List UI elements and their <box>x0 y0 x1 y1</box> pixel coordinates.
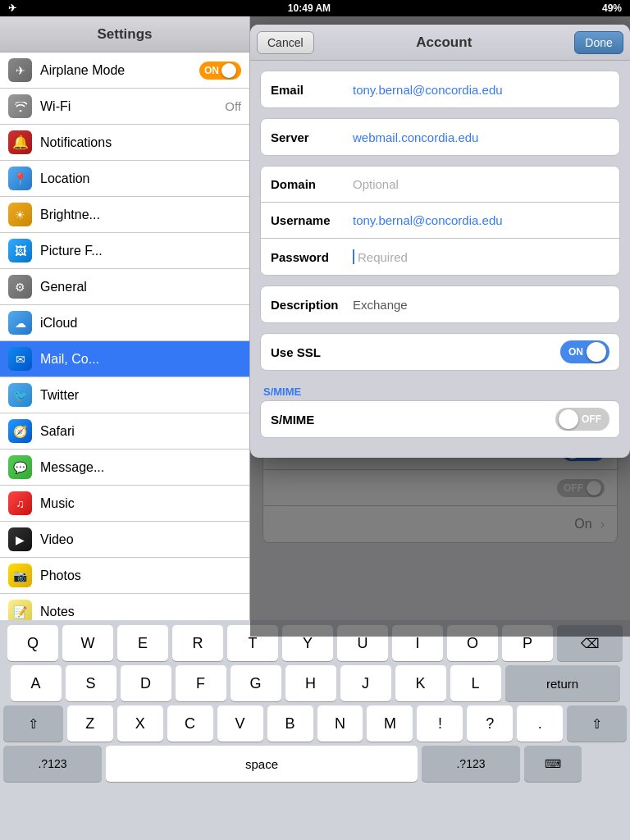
messages-icon: 💬 <box>8 455 32 479</box>
music-icon: ♫ <box>8 491 32 515</box>
key-a[interactable]: A <box>11 665 62 701</box>
key-exclaim[interactable]: ! <box>417 705 463 742</box>
key-f[interactable]: F <box>176 665 226 701</box>
key-x[interactable]: X <box>117 705 163 742</box>
key-b[interactable]: B <box>267 705 313 742</box>
domain-row[interactable]: Domain Optional <box>261 167 619 203</box>
keyboard-row-3: ⇧ Z X C V B N M ! ? . ⇧ <box>3 705 627 742</box>
username-label: Username <box>271 213 353 227</box>
key-l[interactable]: L <box>450 665 501 701</box>
key-c[interactable]: C <box>167 705 213 742</box>
email-value: tony.bernal@concordia.edu <box>353 83 609 97</box>
sidebar-item-picture-frame[interactable]: 🖼 Picture F... <box>0 233 249 269</box>
sidebar-item-label-picture-frame: Picture F... <box>40 244 241 258</box>
done-button[interactable]: Done <box>574 31 623 54</box>
key-e[interactable]: E <box>117 625 168 661</box>
key-numsym-right[interactable]: .?123 <box>422 746 520 782</box>
airplane-toggle[interactable]: ON <box>199 62 241 80</box>
key-period[interactable]: . <box>517 705 563 742</box>
sidebar-item-music[interactable]: ♫ Music <box>0 486 249 522</box>
key-numsym-left[interactable]: .?123 <box>3 746 102 782</box>
sidebar-header: Settings <box>0 16 249 52</box>
airplane-status-icon: ✈ <box>8 2 16 14</box>
key-w[interactable]: W <box>62 625 113 661</box>
password-row[interactable]: Password Required <box>261 239 619 275</box>
key-h[interactable]: H <box>285 665 336 701</box>
status-bar: ✈ 10:49 AM 49% <box>0 0 630 16</box>
key-m[interactable]: M <box>367 705 413 742</box>
description-group: Description Exchange <box>260 285 620 323</box>
key-j[interactable]: J <box>340 665 391 701</box>
ssl-on-label: ON <box>568 346 583 358</box>
domain-label: Domain <box>271 177 353 191</box>
key-shift-left[interactable]: ⇧ <box>3 705 63 742</box>
credentials-group: Domain Optional Username tony.bernal@con… <box>260 166 620 276</box>
key-return[interactable]: return <box>505 665 620 701</box>
key-keyboard-hide[interactable]: ⌨ <box>524 746 582 782</box>
sidebar-item-label-general: General <box>40 280 241 294</box>
email-row: Email tony.bernal@concordia.edu <box>261 71 619 107</box>
sidebar-item-location[interactable]: 📍 Location <box>0 161 249 197</box>
key-n[interactable]: N <box>317 705 363 742</box>
sidebar-item-icloud[interactable]: ☁ iCloud <box>0 305 249 341</box>
sidebar-item-safari[interactable]: 🧭 Safari <box>0 413 249 450</box>
video-icon: ▶ <box>8 527 32 551</box>
key-space[interactable]: space <box>106 746 418 782</box>
key-s[interactable]: S <box>66 665 116 701</box>
sidebar-item-video[interactable]: ▶ Video <box>0 522 249 558</box>
key-z[interactable]: Z <box>67 705 113 742</box>
domain-placeholder: Optional <box>353 177 609 191</box>
key-question[interactable]: ? <box>467 705 513 742</box>
wifi-icon <box>8 94 32 118</box>
key-v[interactable]: V <box>217 705 263 742</box>
sidebar: Settings ✈ Airplane Mode ON Wi-Fi Off 🔔 … <box>0 16 250 637</box>
smime-row[interactable]: S/MIME OFF <box>261 401 619 437</box>
key-d[interactable]: D <box>121 665 171 701</box>
smime-section-header: S/MIME <box>260 381 620 400</box>
keyboard-row-4: .?123 space .?123 ⌨ <box>3 746 627 782</box>
key-r[interactable]: R <box>172 625 223 661</box>
sidebar-item-airplane-mode[interactable]: ✈ Airplane Mode ON <box>0 52 249 89</box>
password-placeholder: Required <box>358 250 609 264</box>
icloud-icon: ☁ <box>8 311 32 335</box>
sidebar-title: Settings <box>97 26 152 43</box>
key-g[interactable]: G <box>231 665 281 701</box>
sidebar-item-brightness[interactable]: ☀ Brightne... <box>0 197 249 233</box>
sidebar-item-general[interactable]: ⚙ General <box>0 269 249 305</box>
server-label: Server <box>271 130 353 144</box>
sidebar-item-wifi[interactable]: Wi-Fi Off <box>0 89 249 125</box>
modal-overlay: Cancel Account Done Email tony.bernal@co… <box>250 16 630 637</box>
airplane-toggle-label: ON <box>204 65 219 76</box>
ssl-toggle[interactable]: ON <box>560 340 609 363</box>
status-bar-left: ✈ <box>8 2 16 14</box>
sidebar-item-label-photos: Photos <box>40 568 241 583</box>
cancel-button[interactable]: Cancel <box>257 31 314 54</box>
smime-thumb <box>559 409 578 429</box>
key-q[interactable]: Q <box>7 625 58 661</box>
server-row: Server webmail.concordia.edu <box>261 119 619 155</box>
sidebar-item-label-brightness: Brightne... <box>40 208 241 222</box>
sidebar-item-label-notes: Notes <box>40 605 241 619</box>
sidebar-item-twitter[interactable]: 🐦 Twitter <box>0 377 249 413</box>
general-icon: ⚙ <box>8 275 32 299</box>
key-shift-right[interactable]: ⇧ <box>567 705 627 742</box>
sidebar-item-label-mail: Mail, Co... <box>40 352 241 367</box>
smime-label: S/MIME <box>271 413 394 427</box>
sidebar-item-notifications[interactable]: 🔔 Notifications <box>0 125 249 161</box>
key-k[interactable]: K <box>395 665 446 701</box>
sidebar-item-label-twitter: Twitter <box>40 388 241 403</box>
ssl-row[interactable]: Use SSL ON <box>261 334 619 370</box>
safari-icon: 🧭 <box>8 419 32 443</box>
keyboard: Q W E R T Y U I O P ⌫ A S D F G H J K L … <box>0 620 630 840</box>
keyboard-row-2: A S D F G H J K L return <box>3 665 627 701</box>
modal-body: Email tony.bernal@concordia.edu Server w… <box>250 61 630 458</box>
airplane-mode-icon: ✈ <box>8 58 32 82</box>
modal-header: Cancel Account Done <box>250 25 630 61</box>
sidebar-item-mail[interactable]: ✉ Mail, Co... <box>0 341 249 377</box>
sidebar-item-messages[interactable]: 💬 Message... <box>0 450 249 486</box>
sidebar-item-label-safari: Safari <box>40 424 241 439</box>
smime-off-label: OFF <box>582 413 601 425</box>
smime-toggle[interactable]: OFF <box>555 408 609 431</box>
twitter-icon: 🐦 <box>8 383 32 407</box>
sidebar-item-photos[interactable]: 📷 Photos <box>0 558 249 594</box>
